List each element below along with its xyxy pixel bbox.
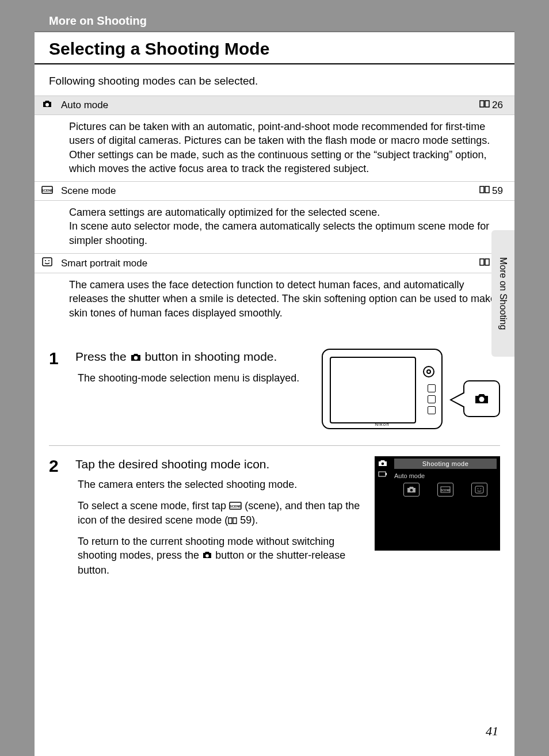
mode-label: Scene mode (55, 185, 479, 197)
step-number: 1 (49, 349, 65, 435)
svg-point-4 (45, 260, 46, 261)
scene-mode-tile[interactable]: SCENE (437, 483, 453, 497)
svg-point-7 (479, 396, 485, 402)
camera-icon (39, 100, 55, 111)
steps-list: 1 Press the button in shooting mode. The… (35, 326, 514, 594)
svg-point-18 (478, 488, 479, 490)
svg-point-10 (205, 555, 209, 558)
svg-point-6 (134, 356, 137, 360)
step-2: 2 Tap the desired shooting mode icon. Th… (49, 456, 500, 594)
screen-selected-mode: Auto mode (394, 472, 425, 479)
step-1: 1 Press the button in shooting mode. The… (49, 349, 500, 446)
step-desc: To select a scene mode, first tap SCENE … (75, 499, 363, 528)
svg-point-0 (45, 103, 49, 106)
side-tab-label: More on Shooting (498, 257, 508, 330)
book-icon (228, 515, 237, 526)
svg-point-5 (48, 260, 49, 261)
step-title: Tap the desired shooting mode icon. (75, 456, 363, 472)
mode-row-scene: SCENE Scene mode 59 (35, 181, 514, 201)
svg-text:SCENE: SCENE (41, 189, 53, 192)
mode-label: Auto mode (55, 100, 479, 111)
page-ref: 59 (479, 185, 503, 197)
page-number: 41 (486, 724, 498, 739)
side-tab: More on Shooting (491, 230, 514, 357)
mode-body: Camera settings are automatically optimi… (35, 201, 514, 253)
scene-icon: SCENE (229, 501, 242, 512)
svg-point-14 (410, 489, 413, 492)
screen-ui-figure: Shooting mode Auto mode SCENE (373, 456, 500, 584)
step-title: Press the button in shooting mode. (75, 349, 311, 365)
step-desc: To return to the current shooting mode w… (75, 534, 363, 577)
svg-rect-3 (43, 258, 52, 266)
battery-icon (378, 471, 388, 479)
section-header: More on Shooting (35, 0, 514, 32)
step-content: Press the button in shooting mode. The s… (75, 349, 311, 435)
svg-rect-12 (379, 472, 386, 476)
camera-icon (202, 550, 212, 562)
smart-portrait-icon (39, 257, 55, 269)
section-title: More on Shooting (49, 14, 147, 27)
manual-page: More on Shooting Selecting a Shooting Mo… (35, 0, 514, 756)
camera-illustration: Nikon (322, 349, 500, 435)
book-icon (479, 258, 490, 269)
camera-icon (130, 351, 142, 364)
book-icon (479, 100, 490, 111)
intro-text: Following shooting modes can be selected… (35, 64, 514, 96)
mode-label: Smart portrait mode (55, 258, 479, 269)
svg-point-19 (481, 488, 482, 490)
mode-body: The camera uses the face detection funct… (35, 273, 514, 326)
svg-point-11 (382, 463, 384, 465)
page-ref: 26 (479, 100, 503, 111)
step-desc: The camera enters the selected shooting … (75, 478, 363, 491)
mode-body: Pictures can be taken with an automatic,… (35, 115, 514, 181)
mode-row-auto: Auto mode 26 (35, 96, 514, 115)
svg-text:SCENE: SCENE (440, 488, 451, 492)
scene-icon: SCENE (39, 185, 55, 197)
svg-rect-13 (386, 473, 387, 475)
mode-row-smart-portrait: Smart portrait mode 76 (35, 253, 514, 273)
smart-portrait-tile[interactable] (471, 483, 487, 497)
step-number: 2 (49, 456, 65, 584)
svg-text:SCENE: SCENE (230, 505, 242, 508)
step-content: Tap the desired shooting mode icon. The … (75, 456, 363, 584)
auto-mode-tile[interactable] (403, 483, 420, 497)
screen-title: Shooting mode (394, 459, 497, 469)
callout-camera-button (463, 380, 500, 417)
svg-rect-17 (475, 486, 483, 493)
step-desc: The shooting-mode selection menu is disp… (75, 371, 311, 385)
book-icon (479, 185, 490, 197)
camera-icon (378, 460, 388, 468)
page-title: Selecting a Shooting Mode (35, 32, 514, 64)
